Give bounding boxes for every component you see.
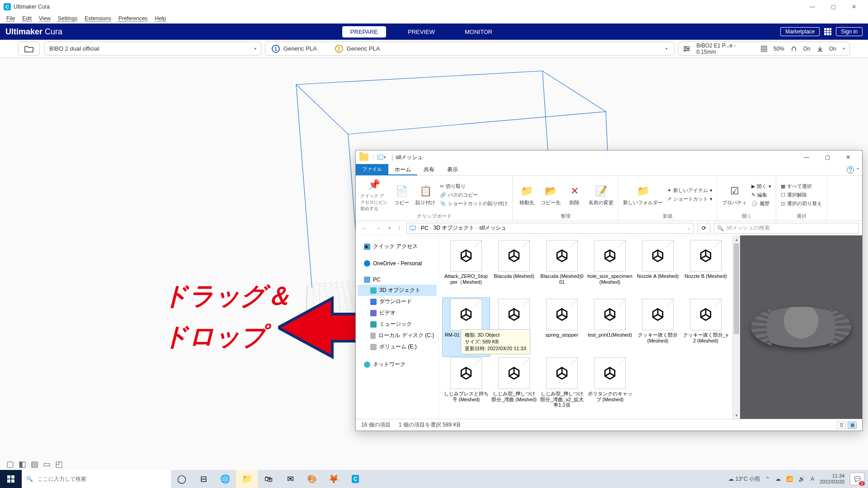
firefox-icon[interactable]: 🦊: [323, 470, 344, 488]
file-item[interactable]: クッキー抜く部分_v2 (Meshed): [682, 298, 729, 357]
history-button[interactable]: 🕓 履歴: [751, 200, 771, 207]
file-item[interactable]: Attack_ZERO_Stopper（Meshed): [443, 239, 490, 298]
back-button[interactable]: ←: [359, 225, 369, 232]
select-none-button[interactable]: ☐ 選択解除: [781, 192, 822, 198]
qat-properties-icon[interactable]: [377, 154, 384, 160]
taskbar-clock[interactable]: 11:342022/03/20: [820, 473, 844, 485]
store-icon[interactable]: 🛍: [258, 470, 279, 488]
view-details-icon[interactable]: ☰: [837, 422, 846, 429]
menu-view[interactable]: View: [35, 14, 54, 23]
nav-pc[interactable]: PC: [358, 275, 437, 285]
file-grid[interactable]: Attack_ZERO_Stopper（Meshed)Blacuda (Mesh…: [439, 235, 732, 419]
nav-local-disk-c[interactable]: ローカル ディスク (C:): [358, 330, 437, 341]
edge-icon[interactable]: 🌐: [214, 470, 236, 488]
paste-shortcut-button[interactable]: 📎 ショートカットの貼り付け: [440, 200, 508, 207]
ime-indicator[interactable]: A: [811, 476, 814, 482]
paint-icon[interactable]: 🎨: [301, 470, 323, 488]
view-xray-icon[interactable]: ◧: [19, 459, 26, 469]
scroll-up-icon[interactable]: ▴: [733, 235, 740, 243]
nav-onedrive[interactable]: OneDrive - Personal: [358, 258, 437, 268]
file-item[interactable]: Nozzle B (Meshed): [682, 239, 729, 298]
explorer-close-button[interactable]: ✕: [838, 150, 859, 164]
ribbon-tab-home[interactable]: ホーム: [388, 164, 417, 175]
tray-chevron-icon[interactable]: ⌃: [765, 476, 770, 482]
paste-button[interactable]: 📋貼り付け: [415, 184, 435, 206]
view-layers-icon[interactable]: ▤: [31, 459, 38, 469]
cura-taskbar-icon[interactable]: C: [344, 470, 366, 488]
explorer-titlebar[interactable]: ▾ | stlメッシュ — ▢ ✕: [356, 150, 862, 164]
refresh-button[interactable]: ⟳: [698, 223, 710, 234]
pin-quick-access-button[interactable]: 📌クイック アクセスにピン留めする: [360, 178, 387, 212]
open-button[interactable]: ▶ 開く ▾: [751, 183, 771, 190]
file-item[interactable]: hole_size_specimen (Meshed): [586, 239, 633, 298]
menu-extensions[interactable]: Extensions: [81, 14, 115, 23]
menu-edit[interactable]: Edit: [19, 14, 35, 23]
nav-network[interactable]: ネットワーク: [358, 359, 437, 370]
view-large-icons-icon[interactable]: ▦: [848, 422, 857, 429]
forward-button[interactable]: →: [373, 225, 383, 232]
invert-selection-button[interactable]: ◫ 選択の切り替え: [781, 200, 822, 207]
nav-music[interactable]: ミュージック: [358, 319, 437, 330]
help-icon[interactable]: ?: [847, 166, 854, 174]
nav-downloads[interactable]: ダウンロード: [358, 296, 437, 307]
explorer-maximize-button[interactable]: ▢: [817, 150, 838, 164]
menu-help[interactable]: Help: [151, 14, 170, 23]
file-item[interactable]: ポリタンクのキャップ (Meshed): [586, 357, 633, 415]
ribbon-tab-file[interactable]: ファイル: [356, 164, 388, 175]
ribbon-collapse-icon[interactable]: ⌃: [856, 167, 859, 172]
explorer-minimize-button[interactable]: —: [796, 150, 817, 164]
start-button[interactable]: [0, 470, 22, 488]
select-all-button[interactable]: ▦ すべて選択: [781, 183, 822, 190]
up-button[interactable]: ↑: [396, 225, 403, 232]
maximize-button[interactable]: ▢: [823, 0, 844, 14]
file-explorer-icon[interactable]: 📁: [236, 470, 258, 488]
copy-button[interactable]: 📄コピー: [392, 184, 411, 206]
print-settings[interactable]: BIBO2 E1 P...e - 0.15mm 50% On On ▾: [678, 42, 850, 56]
file-item[interactable]: test_print1(Meshed): [586, 298, 633, 357]
menu-preferences[interactable]: Preferences: [115, 14, 151, 23]
cut-button[interactable]: ✂ 切り取り: [440, 183, 508, 190]
apps-grid-icon[interactable]: [824, 28, 831, 35]
file-item[interactable]: しじみ型_押しつけ部分_湾曲_v2_拡大率1.1倍: [538, 357, 585, 415]
view-solid-icon[interactable]: ▢: [6, 459, 14, 469]
nav-videos[interactable]: ビデオ: [358, 307, 437, 319]
marketplace-button[interactable]: Marketplace: [780, 27, 820, 36]
nav-quick-access[interactable]: ★クイック アクセス: [358, 241, 437, 252]
file-item[interactable]: しじみプレスと持ち手 (Meshed): [443, 357, 490, 415]
copy-to-button[interactable]: 📂コピー先: [541, 184, 561, 206]
extruder-selector[interactable]: 1Generic PLA 2Generic PLA ▾: [265, 42, 675, 56]
file-item[interactable]: spring_stopper: [538, 298, 585, 357]
nav-3d-objects[interactable]: 3D オブジェクト: [358, 285, 437, 296]
action-center-icon[interactable]: 💬2: [850, 473, 864, 485]
nav-volume-e[interactable]: ボリューム (E:): [358, 341, 437, 352]
volume-tray-icon[interactable]: 🔊: [798, 476, 805, 482]
move-to-button[interactable]: 📁移動先: [517, 184, 536, 206]
open-file-button[interactable]: [18, 42, 40, 56]
ribbon-tab-share[interactable]: 共有: [417, 164, 441, 175]
shortcut-button[interactable]: ↗ ショートカット ▾: [667, 196, 712, 202]
ribbon-tab-view[interactable]: 表示: [441, 164, 464, 175]
edit-button[interactable]: ✎ 編集: [751, 192, 771, 198]
menu-file[interactable]: File: [3, 14, 19, 23]
mail-icon[interactable]: ✉: [279, 470, 301, 488]
view-front-icon[interactable]: ▭: [43, 459, 51, 469]
network-tray-icon[interactable]: 📶: [786, 476, 793, 482]
menu-settings[interactable]: Settings: [54, 14, 81, 23]
scroll-thumb[interactable]: [734, 244, 739, 334]
explorer-search[interactable]: 🔍 stlメッシュの検索: [714, 223, 859, 234]
onedrive-tray-icon[interactable]: ☁: [775, 476, 781, 482]
tab-monitor[interactable]: MONITOR: [457, 26, 500, 38]
qat-dropdown-icon[interactable]: ▾: [384, 155, 386, 160]
file-item[interactable]: Blacuda (Meshed): [491, 239, 538, 298]
recent-locations-button[interactable]: ▾: [387, 225, 392, 230]
copy-path-button[interactable]: 🔗 パスのコピー: [440, 192, 508, 198]
tab-preview[interactable]: PREVIEW: [400, 26, 443, 38]
new-folder-button[interactable]: 📁新しいフォルダー: [623, 184, 663, 206]
weather-widget[interactable]: ☁ 13°C 小雨: [728, 475, 760, 483]
properties-button[interactable]: ☑プロパティ: [722, 184, 747, 206]
minimize-button[interactable]: —: [802, 0, 823, 14]
close-button[interactable]: ✕: [844, 0, 864, 14]
delete-button[interactable]: ✕削除: [565, 184, 584, 206]
cortana-icon[interactable]: ⊟: [193, 470, 214, 488]
view-iso-icon[interactable]: ◰: [55, 459, 63, 469]
